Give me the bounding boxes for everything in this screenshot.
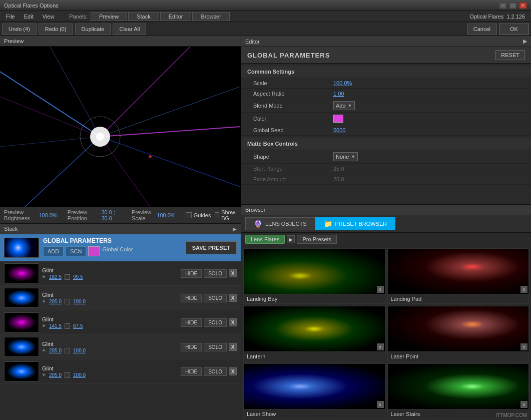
stack-item-info: Glint ✳ 141.5 67.5: [42, 316, 178, 329]
menu-view[interactable]: View: [39, 13, 59, 21]
browser-item-lantern[interactable]: x Lantern: [243, 306, 385, 361]
tab-preview[interactable]: Preview: [91, 12, 127, 21]
reset-button[interactable]: RESET: [495, 50, 525, 60]
pro-presets-nav-button[interactable]: Pro Presets: [297, 235, 336, 244]
hide-button[interactable]: HIDE: [181, 343, 202, 351]
lens-objects-icon: 🔮: [254, 220, 262, 228]
stack-item: Glint ✳ 182.5 99.5 HIDE SOLO X: [0, 261, 241, 286]
tab-browser[interactable]: Browser: [192, 12, 229, 21]
minimize-button[interactable]: ─: [499, 2, 507, 9]
hide-button[interactable]: HIDE: [181, 294, 202, 302]
menu-edit[interactable]: Edit: [20, 13, 38, 21]
solo-button[interactable]: SOLO: [204, 318, 227, 327]
stack-item-name: Glint: [42, 267, 178, 273]
hide-button[interactable]: HIDE: [181, 269, 202, 278]
close-x-icon[interactable]: x: [520, 343, 527, 350]
nav-arrow-icon[interactable]: ▶: [287, 235, 295, 243]
blend-mode-dropdown[interactable]: Add ▼: [333, 101, 355, 110]
duplicate-button[interactable]: Duplicate: [75, 24, 111, 35]
solo-button[interactable]: SOLO: [204, 343, 227, 351]
browser-item-laser-show[interactable]: x Laser Show: [243, 363, 385, 419]
stack-item-params: ✳ 205.0 100.0: [42, 372, 178, 378]
browser-item-landing-pad[interactable]: x Landing Pad: [387, 248, 529, 304]
ok-button[interactable]: OK: [499, 24, 529, 35]
position-value[interactable]: 30.0 ; 30.0: [101, 209, 122, 221]
hide-button[interactable]: HIDE: [181, 367, 202, 376]
tab-preset-browser[interactable]: 📁 PRESET BROWSER: [315, 217, 396, 230]
close-x-icon[interactable]: x: [520, 286, 527, 293]
close-x-icon[interactable]: x: [377, 401, 384, 408]
preview-canvas[interactable]: [0, 47, 241, 207]
solo-button[interactable]: SOLO: [204, 367, 227, 376]
brightness-val[interactable]: 182.5: [49, 274, 62, 280]
stack-global-info: GLOBAL PARAMETERS ADD SCN Global Color: [43, 237, 182, 258]
close-button[interactable]: ✕: [519, 2, 527, 9]
hide-button[interactable]: HIDE: [181, 318, 202, 327]
remove-button[interactable]: X: [229, 294, 237, 302]
remove-button[interactable]: X: [229, 367, 237, 375]
show-bg-checkbox[interactable]: Show BG: [215, 209, 237, 221]
global-color-swatch[interactable]: [88, 246, 100, 256]
opacity-val[interactable]: 99.5: [73, 274, 83, 280]
solo-button[interactable]: SOLO: [204, 294, 227, 302]
editor-collapse-btn[interactable]: ▶: [523, 38, 527, 45]
brightness-val[interactable]: 205.0: [49, 299, 62, 304]
editor-title: Editor: [245, 39, 260, 45]
opacity-val[interactable]: 100.0: [73, 299, 86, 304]
editor-scroll[interactable]: Common Settings Scale 100.0% Aspect Rati…: [241, 64, 531, 204]
color-swatch[interactable]: [333, 115, 343, 123]
remove-button[interactable]: X: [229, 269, 237, 277]
browser-section: Browser 🔮 LENS OBJECTS 📁 PRESET BROWSER …: [241, 204, 531, 420]
opacity-val[interactable]: 100.0: [73, 348, 86, 353]
redo-button[interactable]: Redo (0): [39, 24, 73, 35]
menu-file[interactable]: File: [2, 13, 19, 21]
brightness-val[interactable]: 205.0: [49, 372, 62, 378]
param-seed-value[interactable]: 5000: [333, 127, 345, 133]
remove-button[interactable]: X: [229, 318, 237, 326]
stack-item-btns: HIDE SOLO X: [181, 367, 237, 376]
undo-button[interactable]: Undo (4): [2, 24, 37, 35]
browser-item-laser-point[interactable]: x Laser Point: [387, 306, 529, 361]
tab-stack[interactable]: Stack: [128, 12, 159, 21]
clear-all-button[interactable]: Clear All: [113, 24, 146, 35]
maximize-button[interactable]: □: [509, 2, 517, 9]
browser-item-landing-bay[interactable]: x Landing Bay: [243, 248, 385, 304]
scn-button[interactable]: SCN: [66, 246, 86, 256]
tab-editor[interactable]: Editor: [160, 12, 192, 21]
param-shape-label: Shape: [253, 154, 333, 160]
solo-button[interactable]: SOLO: [204, 269, 227, 278]
title-bar-title: Optical Flares Options: [4, 3, 59, 9]
stack-item-info: Glint ✳ 182.5 99.5: [42, 267, 178, 280]
param-scale-value[interactable]: 100.0%: [333, 80, 352, 86]
browser-item-laser-stairs[interactable]: x Laser Stairs: [387, 363, 529, 419]
brightness-val[interactable]: 141.5: [49, 323, 62, 329]
close-x-icon[interactable]: x: [377, 286, 384, 293]
add-button[interactable]: ADD: [43, 246, 64, 256]
guides-checkbox[interactable]: Guides: [186, 212, 211, 218]
cancel-button[interactable]: Cancel: [467, 24, 497, 35]
brightness-val[interactable]: 205.0: [49, 348, 62, 353]
brightness-value[interactable]: 100.0%: [39, 212, 58, 218]
show-bg-checkbox-box[interactable]: [215, 212, 219, 218]
svg-line-6: [100, 127, 240, 137]
item-checkbox[interactable]: [65, 372, 70, 378]
shape-dropdown[interactable]: None ▼: [333, 152, 358, 161]
param-aspect-value[interactable]: 1.00: [333, 91, 344, 97]
stack-collapse-btn[interactable]: ▶: [233, 226, 237, 232]
opacity-val[interactable]: 67.5: [73, 323, 83, 329]
save-preset-button[interactable]: SAVE PRESET: [186, 241, 237, 254]
close-x-icon[interactable]: x: [377, 343, 384, 350]
item-checkbox[interactable]: [65, 274, 70, 280]
tab-lens-objects[interactable]: 🔮 LENS OBJECTS: [245, 217, 315, 230]
item-checkbox[interactable]: [65, 348, 70, 353]
stack-global-btns: ADD SCN Global Color: [43, 246, 182, 256]
lens-flares-nav-button[interactable]: Lens Flares: [245, 235, 285, 244]
scale-value[interactable]: 100.0%: [157, 212, 175, 218]
guides-checkbox-box[interactable]: [186, 212, 192, 218]
opacity-val[interactable]: 100.0: [73, 372, 86, 378]
browser-item-label: Laser Point: [388, 351, 529, 361]
item-checkbox[interactable]: [65, 323, 70, 329]
remove-button[interactable]: X: [229, 343, 237, 351]
item-checkbox[interactable]: [65, 299, 70, 304]
close-x-icon[interactable]: x: [520, 401, 527, 408]
